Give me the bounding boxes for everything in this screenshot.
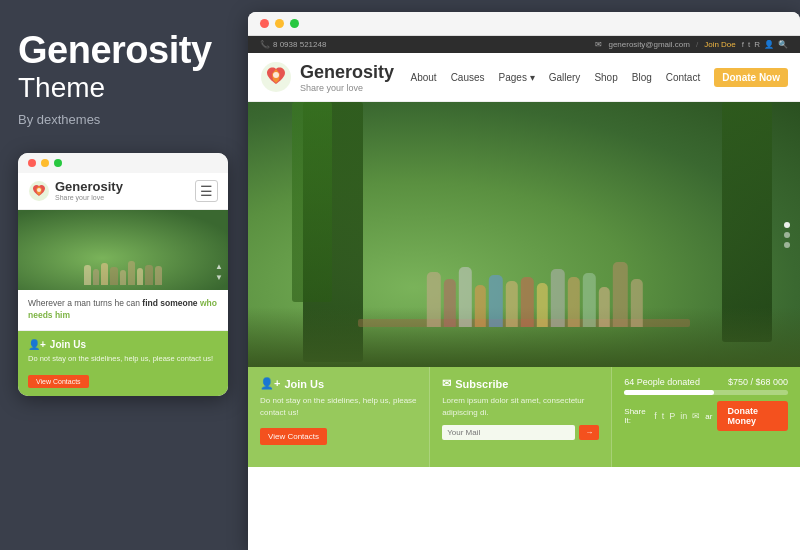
nav-contact[interactable]: Contact	[666, 72, 700, 83]
share-row: Share It: f t P in ✉ ar Donate Money	[624, 401, 788, 431]
desktop-logo-name: Generosity	[300, 62, 394, 83]
tree-right	[722, 102, 772, 342]
hero-slide-dots	[784, 222, 790, 248]
join-section-text: Do not stay on the sidelines, help us, p…	[260, 395, 417, 419]
left-panel: Generosity Theme By dexthemes Generosity…	[0, 0, 248, 550]
subscribe-submit-button[interactable]: →	[579, 425, 599, 440]
hero-people-group	[427, 262, 643, 327]
mobile-logo-text-area: Generosity Share your love	[55, 180, 123, 201]
donate-money-button[interactable]: Donate Money	[717, 401, 788, 431]
envelope-icon: ✉	[442, 377, 451, 390]
user-plus-icon: 👤+	[28, 339, 46, 350]
theme-by: By dexthemes	[18, 112, 230, 127]
share-facebook-icon[interactable]: f	[654, 411, 657, 421]
mobile-view-contacts-button[interactable]: View Contacts	[28, 375, 89, 388]
rss-icon[interactable]: R	[754, 40, 760, 49]
nav-about[interactable]: About	[411, 72, 437, 83]
mobile-logo-tagline: Share your love	[55, 194, 123, 201]
theme-title: Generosity	[18, 30, 230, 72]
desktop-logo-icon	[260, 61, 292, 93]
share-twitter-icon[interactable]: t	[662, 411, 665, 421]
subscribe-email-input[interactable]	[442, 425, 575, 440]
nav-gallery[interactable]: Gallery	[549, 72, 581, 83]
desktop-bottom-sections: 👤+ Join Us Do not stay on the sidelines,…	[248, 367, 800, 467]
nav-donate-button[interactable]: Donate Now	[714, 68, 788, 87]
svg-point-3	[273, 72, 279, 78]
desktop-hero	[248, 102, 800, 367]
mobile-dot-red	[28, 159, 36, 167]
header-top-left: 📞 8 0938 521248	[260, 40, 326, 49]
subscribe-section-text: Lorem ipsum dolor sit amet, consectetur …	[442, 395, 599, 419]
facebook-icon[interactable]: f	[742, 40, 744, 49]
user-account-icon[interactable]: 👤	[764, 40, 774, 49]
email-icon: ✉	[595, 40, 602, 49]
mobile-logo-name: Generosity	[55, 180, 123, 194]
phone-icon: 📞	[260, 40, 270, 49]
mobile-dot-yellow	[41, 159, 49, 167]
mobile-join-title: 👤+ Join Us	[28, 339, 218, 350]
mobile-hero-arrows: ▲ ▼	[215, 262, 223, 282]
mobile-text-section: Wherever a man turns he can find someone…	[18, 290, 228, 331]
share-label: Share It:	[624, 407, 649, 425]
desktop-nav-links: About Causes Pages ▾ Gallery Shop Blog C…	[411, 68, 789, 87]
theme-subtitle: Theme	[18, 72, 230, 104]
mobile-join-text: Do not stay on the sidelines, help us, p…	[28, 354, 218, 365]
mobile-hamburger-icon[interactable]: ☰	[195, 180, 218, 202]
mobile-logo-icon	[28, 180, 50, 202]
hero-dot-2[interactable]	[784, 232, 790, 238]
mobile-nav: Generosity Share your love ☰	[18, 173, 228, 210]
arrow-down-icon: ▼	[215, 273, 223, 282]
join-section-title: 👤+ Join Us	[260, 377, 417, 390]
donate-progress-bar	[624, 390, 788, 395]
desktop-mockup: 📞 8 0938 521248 ✉ generosity@gmail.com /…	[248, 12, 800, 550]
desktop-logo-text-area: Generosity Share your love	[300, 62, 394, 93]
twitter-icon[interactable]: t	[748, 40, 750, 49]
hero-dot-1[interactable]	[784, 222, 790, 228]
subscribe-input-row: →	[442, 425, 599, 440]
header-top-right: ✉ generosity@gmail.com / Join Doe f t R …	[595, 40, 788, 49]
hero-dot-3[interactable]	[784, 242, 790, 248]
donate-people-count: 64 People donated	[624, 377, 700, 387]
nav-pages[interactable]: Pages ▾	[499, 72, 535, 83]
email-address: generosity@gmail.com	[608, 40, 689, 49]
desktop-dot-yellow	[275, 19, 284, 28]
social-icons-group: f t R 👤 🔍	[742, 40, 788, 49]
mobile-logo-area: Generosity Share your love	[28, 180, 123, 202]
phone-number: 8 0938 521248	[273, 40, 326, 49]
desktop-dot-green	[290, 19, 299, 28]
desktop-main-nav: Generosity Share your love About Causes …	[248, 53, 800, 102]
mobile-dot-green	[54, 159, 62, 167]
share-pinterest-icon[interactable]: P	[669, 411, 675, 421]
join-link[interactable]: Join Doe	[704, 40, 736, 49]
view-contacts-button[interactable]: View Contacts	[260, 428, 327, 445]
desktop-logo-area: Generosity Share your love	[260, 61, 394, 93]
donate-progress-fill	[624, 390, 714, 395]
desktop-logo-tagline: Share your love	[300, 83, 394, 93]
mobile-hero-image: ▲ ▼	[18, 210, 228, 290]
desktop-window-bar	[248, 12, 800, 36]
arrow-up-icon: ▲	[215, 262, 223, 271]
subscribe-section-title: ✉ Subscribe	[442, 377, 599, 390]
join-section: 👤+ Join Us Do not stay on the sidelines,…	[248, 367, 430, 467]
share-linkedin-icon[interactable]: in	[680, 411, 687, 421]
tree-left-2	[292, 102, 332, 302]
donate-amount: $750 / $68 000	[728, 377, 788, 387]
donate-section: 64 People donated $750 / $68 000 Share I…	[612, 367, 800, 467]
nav-shop[interactable]: Shop	[594, 72, 617, 83]
search-icon[interactable]: 🔍	[778, 40, 788, 49]
mobile-hero-text: Wherever a man turns he can find someone…	[28, 298, 218, 322]
mobile-top-bar	[18, 153, 228, 173]
svg-point-1	[37, 188, 41, 192]
subscribe-section: ✉ Subscribe Lorem ipsum dolor sit amet, …	[430, 367, 612, 467]
nav-causes[interactable]: Causes	[451, 72, 485, 83]
mobile-mockup: Generosity Share your love ☰	[18, 153, 228, 396]
nav-blog[interactable]: Blog	[632, 72, 652, 83]
desktop-header-top: 📞 8 0938 521248 ✉ generosity@gmail.com /…	[248, 36, 800, 53]
donate-header: 64 People donated $750 / $68 000	[624, 377, 788, 390]
share-email-icon[interactable]: ✉	[692, 411, 700, 421]
mobile-join-section: 👤+ Join Us Do not stay on the sidelines,…	[18, 331, 228, 397]
user-plus-join-icon: 👤+	[260, 377, 280, 390]
desktop-dot-red	[260, 19, 269, 28]
